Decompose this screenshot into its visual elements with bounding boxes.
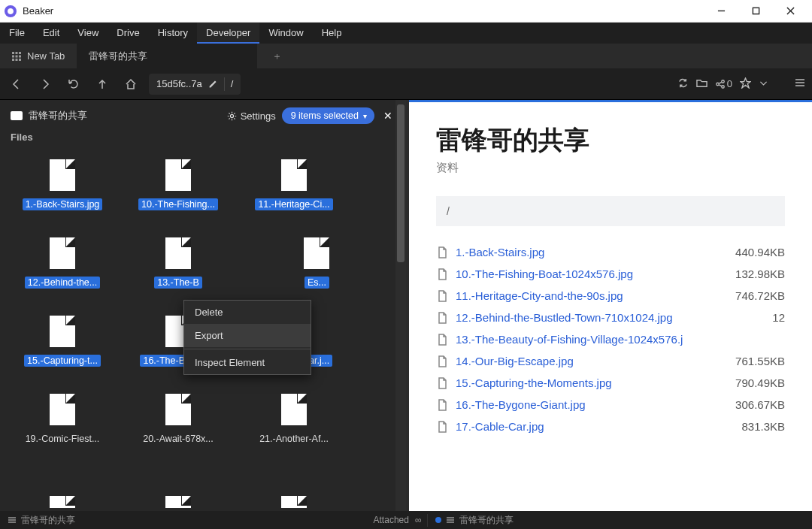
file-icon bbox=[436, 312, 448, 324]
list-item[interactable]: 15.-Capturing-the-Moments.jpg790.49KB bbox=[436, 372, 785, 394]
folder-icon[interactable] bbox=[696, 77, 707, 91]
file-item[interactable]: 19.-Comic-Fiest... bbox=[5, 389, 120, 466]
file-item[interactable]: 15.-Capturing-t... bbox=[5, 311, 120, 388]
file-icon bbox=[50, 159, 75, 191]
plus-icon: ＋ bbox=[272, 50, 282, 63]
menu-item-history[interactable]: History bbox=[149, 23, 197, 44]
menu-item-window[interactable]: Window bbox=[259, 23, 312, 44]
new-tab-button[interactable]: ＋ bbox=[257, 44, 297, 68]
file-size: 831.3KB bbox=[741, 420, 785, 433]
breadcrumb[interactable]: / bbox=[436, 196, 785, 226]
selection-pill[interactable]: 9 items selected ▾ bbox=[282, 107, 374, 124]
breadcrumb-path: / bbox=[447, 205, 450, 217]
share-count: 0 bbox=[727, 78, 732, 89]
tab-new[interactable]: New Tab bbox=[0, 44, 77, 68]
home-button[interactable] bbox=[120, 74, 141, 95]
files-heading: Files bbox=[0, 131, 406, 147]
svg-rect-10 bbox=[12, 59, 14, 61]
minimize-button[interactable] bbox=[704, 0, 738, 23]
clear-selection-button[interactable]: ✕ bbox=[380, 110, 395, 122]
address-bar[interactable]: 15d5fc..7a / bbox=[149, 74, 241, 95]
svg-point-23 bbox=[230, 114, 233, 117]
list-item[interactable]: 13.-The-Beauty-of-Fishing-Village-1024x5… bbox=[436, 328, 785, 350]
file-name: 15.-Capturing-t... bbox=[24, 355, 101, 367]
menu-item-edit[interactable]: Edit bbox=[34, 23, 68, 44]
file-size: 132.98KB bbox=[735, 268, 785, 280]
file-link[interactable]: 14.-Our-Big-Escape.jpg bbox=[456, 355, 728, 367]
menu-item-file[interactable]: File bbox=[0, 23, 34, 44]
list-item[interactable]: 10.-The-Fishing-Boat-1024x576.jpg132.98K… bbox=[436, 263, 785, 285]
tab-active[interactable]: 雷锋哥的共享 bbox=[77, 44, 257, 68]
list-icon bbox=[446, 515, 455, 524]
list-item[interactable]: 11.-Heritage-City-and-the-90s.jpg746.72K… bbox=[436, 285, 785, 307]
status-attached[interactable]: Attached ∞ bbox=[374, 515, 428, 525]
file-icon bbox=[304, 237, 329, 269]
file-link[interactable]: 17.-Cable-Car.jpg bbox=[456, 420, 734, 433]
menu-item-view[interactable]: View bbox=[68, 23, 108, 44]
up-button[interactable] bbox=[92, 74, 113, 95]
menu-item-developer[interactable]: Developer bbox=[197, 23, 259, 44]
sync-icon[interactable] bbox=[677, 77, 689, 91]
reload-button[interactable] bbox=[63, 74, 84, 95]
file-item[interactable]: 21.-Another-Af... bbox=[236, 389, 352, 466]
attached-label: Attached bbox=[374, 515, 409, 525]
file-item[interactable]: 1.-Back-Stairs.jpg bbox=[5, 155, 120, 231]
menu-item-drive[interactable]: Drive bbox=[108, 23, 148, 44]
file-item[interactable]: 11.-Heritage-Ci... bbox=[236, 155, 352, 231]
file-link[interactable]: 15.-Capturing-the-Moments.jpg bbox=[456, 376, 728, 389]
list-item[interactable]: 14.-Our-Big-Escape.jpg761.55KB bbox=[436, 350, 785, 372]
file-link[interactable]: 11.-Heritage-City-and-the-90s.jpg bbox=[456, 289, 728, 302]
gear-icon bbox=[227, 111, 237, 121]
star-icon[interactable] bbox=[740, 77, 751, 91]
file-link[interactable]: 12.-Behind-the-Bustled-Town-710x1024.jpg bbox=[456, 311, 765, 324]
menu-item-help[interactable]: Help bbox=[313, 23, 351, 44]
status-left[interactable]: 雷锋哥的共享 bbox=[0, 514, 83, 527]
file-link[interactable]: 1.-Back-Stairs.jpg bbox=[456, 246, 728, 258]
file-name: 10.-The-Fishing... bbox=[138, 198, 218, 210]
settings-button[interactable]: Settings bbox=[227, 110, 276, 122]
file-name: 12.-Behind-the... bbox=[25, 277, 100, 289]
file-size: 440.94KB bbox=[735, 246, 785, 258]
svg-rect-6 bbox=[19, 52, 21, 54]
file-icon bbox=[50, 394, 75, 425]
file-name: 11.-Heritage-Ci... bbox=[255, 198, 332, 210]
svg-rect-4 bbox=[12, 52, 14, 54]
hamburger-menu-button[interactable] bbox=[794, 77, 806, 91]
maximize-button[interactable] bbox=[738, 0, 773, 23]
svg-rect-11 bbox=[16, 59, 18, 61]
list-item[interactable]: 17.-Cable-Car.jpg831.3KB bbox=[436, 416, 785, 437]
svg-marker-19 bbox=[741, 77, 750, 87]
file-icon bbox=[436, 246, 448, 258]
status-dot-icon bbox=[435, 517, 441, 523]
file-icon bbox=[50, 237, 75, 269]
list-item[interactable]: 1.-Back-Stairs.jpg440.94KB bbox=[436, 241, 785, 263]
file-item[interactable]: 20.-Await-678x... bbox=[120, 389, 236, 466]
file-link[interactable]: 10.-The-Fishing-Boat-1024x576.jpg bbox=[456, 268, 728, 280]
list-item[interactable]: 16.-The-Bygone-Giant.jpg306.67KB bbox=[436, 394, 785, 416]
chevron-down-icon[interactable] bbox=[759, 78, 768, 90]
status-right[interactable]: 雷锋哥的共享 bbox=[427, 514, 521, 527]
forward-button[interactable] bbox=[35, 74, 56, 95]
file-link[interactable]: 16.-The-Bygone-Giant.jpg bbox=[456, 398, 728, 411]
context-menu-item-inspect-element[interactable]: Inspect Element bbox=[184, 351, 311, 374]
file-item[interactable]: Es... bbox=[236, 233, 352, 310]
page-title: 雷锋哥的共享 bbox=[436, 123, 785, 158]
scrollbar[interactable] bbox=[395, 100, 406, 511]
file-link[interactable]: 13.-The-Beauty-of-Fishing-Village-1024x5… bbox=[456, 333, 777, 346]
close-button[interactable] bbox=[773, 0, 807, 23]
file-item[interactable]: 12.-Behind-the... bbox=[5, 233, 120, 310]
file-item[interactable]: 10.-The-Fishing... bbox=[120, 155, 236, 231]
list-item[interactable]: 12.-Behind-the-Bustled-Town-710x1024.jpg… bbox=[436, 307, 785, 328]
context-menu: DeleteExportInspect Element bbox=[183, 300, 311, 375]
file-icon bbox=[436, 377, 448, 389]
svg-rect-5 bbox=[16, 52, 18, 54]
menu-bar: FileEditViewDriveHistoryDeveloperWindowH… bbox=[0, 23, 812, 44]
file-icon bbox=[436, 268, 448, 280]
context-menu-item-export[interactable]: Export bbox=[184, 324, 311, 347]
share-icon[interactable]: 0 bbox=[715, 78, 732, 89]
scrollbar-thumb[interactable] bbox=[397, 104, 404, 262]
list-icon bbox=[8, 515, 17, 524]
back-button[interactable] bbox=[6, 74, 27, 95]
context-menu-item-delete[interactable]: Delete bbox=[184, 301, 311, 324]
file-item[interactable]: 13.-The-B bbox=[120, 233, 236, 310]
